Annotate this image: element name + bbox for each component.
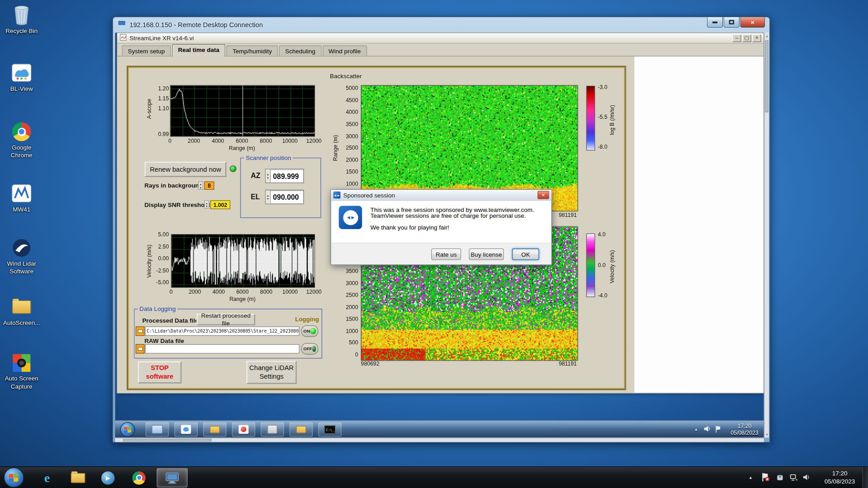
remote-taskbar-folder-icon[interactable] xyxy=(203,422,226,436)
desktop-icon-google-chrome[interactable]: Google Chrome xyxy=(1,121,42,159)
desktop-icon-autoscreen[interactable]: AutoScreen... xyxy=(1,296,42,327)
tab-temp-humidity[interactable]: Temp/humidity xyxy=(226,45,278,56)
tray-network-icon[interactable] xyxy=(789,474,797,483)
processed-data-file-label: Processed Data file xyxy=(142,317,198,324)
host-clock[interactable]: 17:20 05/08/2023 xyxy=(819,469,860,486)
streamline-close-button[interactable]: × xyxy=(752,34,761,42)
spinner-up-icon: ▲ xyxy=(267,173,269,176)
desktop-icon-recycle-bin[interactable]: Recycle Bin xyxy=(1,5,42,35)
restart-processed-file-button[interactable]: Restart processed file xyxy=(197,314,255,325)
change-lidar-settings-button[interactable]: Change LiDAR Settings xyxy=(246,361,297,384)
raw-path-browse-button[interactable] xyxy=(136,344,145,354)
tray-volume-icon[interactable] xyxy=(803,474,811,482)
tick-label: 1.15 xyxy=(148,95,169,101)
remote-tray-up-arrow-icon[interactable]: ▲ xyxy=(694,427,698,431)
rays-spinner[interactable]: ▲▼ xyxy=(198,182,203,190)
desktop-icon-bl-view[interactable]: BL-View xyxy=(1,62,42,93)
raw-logging-toggle[interactable]: OFF xyxy=(301,343,318,355)
velocity-colorbar-label: Velocity (m/s) xyxy=(609,236,615,297)
renew-background-button[interactable]: Renew background now xyxy=(145,162,226,177)
tray-device-icon[interactable] xyxy=(776,474,784,483)
az-spinner[interactable]: ▲▼ xyxy=(266,169,271,183)
host-clock-time: 17:20 xyxy=(819,469,860,477)
tick-label: 3000 xyxy=(346,280,358,286)
remote-clock[interactable]: 17:20 05/08/2023 xyxy=(727,422,762,437)
taskbar-media-player-icon[interactable]: ▶ xyxy=(94,468,121,488)
stop-software-button[interactable]: STOP software xyxy=(138,361,182,384)
remote-taskbar-cmd-icon[interactable]: C:\_ xyxy=(318,422,341,436)
velocity-colorbar xyxy=(586,234,595,297)
remote-taskbar-folder2-icon[interactable] xyxy=(289,422,312,436)
streamline-maximize-button[interactable]: ▢ xyxy=(742,34,751,42)
rdp-close-button[interactable]: × xyxy=(740,17,765,28)
rays-value-field[interactable]: 8 xyxy=(204,182,214,190)
el-field[interactable]: ▲▼ 090.000 xyxy=(265,190,304,204)
rdp-window-icon xyxy=(118,20,127,30)
el-spinner[interactable]: ▲▼ xyxy=(266,190,271,203)
dialog-close-button[interactable]: × xyxy=(538,191,549,199)
processed-path-browse-button[interactable] xyxy=(136,326,145,336)
vi-file-icon xyxy=(119,33,127,43)
buy-license-button[interactable]: Buy license xyxy=(469,249,504,260)
processed-path-field[interactable]: C:\Lidar\Data\Proc\2023\202308\20230805\… xyxy=(145,326,300,336)
tab-bar: System setup Real time data Temp/humidit… xyxy=(118,44,764,56)
scanner-position-panel: Scanner position AZ ▲▼ 089.999 EL ▲▼ 090… xyxy=(240,158,321,218)
desktop-icon-wind-lidar[interactable]: Wind Lidar Software xyxy=(1,237,42,275)
host-start-button[interactable] xyxy=(4,468,24,488)
streamline-minimize-button[interactable]: – xyxy=(732,34,741,42)
raw-path-field[interactable] xyxy=(145,344,300,354)
tab-wind-profile[interactable]: Wind profile xyxy=(322,45,367,56)
tab-system-setup[interactable]: System setup xyxy=(122,45,171,56)
tick-label: 4000 xyxy=(212,289,225,295)
tick-label: 1500 xyxy=(346,169,358,174)
snr-spinner[interactable]: ▲▼ xyxy=(204,200,209,208)
tick-label: 2000 xyxy=(189,289,201,295)
tray-up-arrow-icon[interactable]: ▲ xyxy=(749,475,753,480)
remote-start-button[interactable] xyxy=(120,422,135,437)
tab-scheduling[interactable]: Scheduling xyxy=(279,45,321,56)
show-desktop-button[interactable] xyxy=(863,467,868,488)
desktop-icon-mw41[interactable]: MW41 xyxy=(1,183,42,213)
tick-label: 5.00 xyxy=(158,231,169,237)
desktop-icon-label: BL-View xyxy=(1,85,42,93)
desktop-icon-auto-screen-capture[interactable]: Auto Screen Capture xyxy=(1,352,42,390)
toggle-on-led-icon xyxy=(310,328,316,334)
ok-button[interactable]: OK xyxy=(512,249,539,260)
remote-tray-volume-icon[interactable] xyxy=(703,426,710,433)
tab-real-time-data[interactable]: Real time data xyxy=(172,44,225,56)
tray-action-center-flag-icon[interactable] xyxy=(760,473,769,483)
rdp-vertical-scrollbar[interactable]: ▲ ▼ xyxy=(764,33,769,437)
taskbar-explorer-folder-icon[interactable] xyxy=(65,468,91,488)
remote-taskbar-blview-icon[interactable] xyxy=(175,422,198,436)
tick-label: 0.0 xyxy=(598,262,605,268)
tick-label: 4000 xyxy=(346,109,358,115)
rdp-titlebar[interactable]: 192.168.0.150 - Remote Desktop Connectio… xyxy=(113,17,769,33)
ascope-x-ticks: 020004000600080001000012000 xyxy=(170,138,314,145)
remote-tray-flag-icon[interactable] xyxy=(715,426,722,434)
az-field[interactable]: ▲▼ 089.999 xyxy=(265,169,304,183)
remote-taskbar-gray-app-icon[interactable] xyxy=(261,422,284,436)
tick-label: 4500 xyxy=(346,97,358,103)
rdp-horizontal-scrollbar[interactable] xyxy=(115,438,764,442)
processed-logging-toggle[interactable]: ON xyxy=(301,325,318,337)
background-led-indicator xyxy=(230,165,236,172)
dialog-titlebar[interactable]: ◄► Sponsored session × xyxy=(331,190,551,201)
toggle-on-label: ON xyxy=(303,328,310,333)
dialog-button-row: Rate us Buy license OK xyxy=(331,243,551,264)
velocity-map-y-ticks: 3500300025002000150010005000 xyxy=(342,271,359,355)
toggle-off-led-icon xyxy=(312,346,316,352)
streamline-titlebar[interactable]: StreamLine XR v14-6.vi – ▢ × xyxy=(118,33,764,43)
rdp-minimize-button[interactable] xyxy=(707,17,723,28)
rate-us-button[interactable]: Rate us xyxy=(431,249,461,260)
logging-label: Logging xyxy=(295,316,319,323)
remote-taskbar-explorer-icon[interactable] xyxy=(146,422,169,436)
tick-label: 12000 xyxy=(306,138,321,144)
taskbar-rdp-active-icon[interactable] xyxy=(157,468,188,488)
snr-value-field[interactable]: 1.002 xyxy=(210,200,230,209)
remote-taskbar-record-app-icon[interactable] xyxy=(232,422,255,436)
autoscreen-folder-icon xyxy=(1,296,42,318)
taskbar-internet-explorer-icon[interactable]: e xyxy=(34,468,61,488)
data-logging-panel: Data Logging Processed Data file Restart… xyxy=(134,309,322,358)
taskbar-chrome-icon[interactable] xyxy=(126,468,152,488)
rdp-maximize-button[interactable] xyxy=(723,17,740,28)
